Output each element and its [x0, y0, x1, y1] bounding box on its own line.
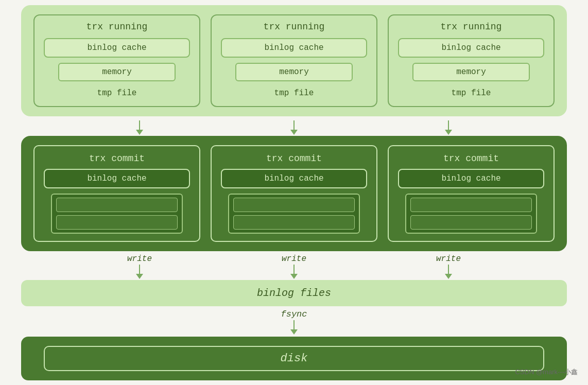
disk-label: disk: [44, 346, 544, 371]
write-arrow-2: [290, 265, 298, 279]
arrow-head-3: [445, 130, 452, 135]
fsync-arrow-line: [293, 320, 295, 329]
trx-commit-title-1: trx commit: [89, 153, 145, 164]
binlog-cache-light-2: binlog cache: [221, 38, 367, 58]
top-section: trx running binlog cache memory tmp file…: [21, 5, 567, 116]
binlog-cache-dark-1: binlog cache: [44, 169, 190, 188]
trx-commit-title-2: trx commit: [266, 153, 322, 164]
diagram-container: trx running binlog cache memory tmp file…: [11, 0, 577, 385]
write-group-3: write: [371, 254, 526, 279]
write-group-1: write: [62, 254, 217, 279]
tmp-file-3: tmp file: [412, 86, 529, 100]
binlog-files-section: binlog files: [21, 280, 567, 306]
trx-commit-box-3: trx commit binlog cache: [388, 145, 555, 242]
memory-box-2: memory: [235, 63, 352, 81]
arrow-head-2: [290, 130, 298, 135]
tmp-file-1: tmp file: [58, 86, 175, 100]
write-arrow-head-1: [136, 274, 143, 279]
write-arrow-3: [445, 265, 452, 279]
write-arrows-row: write write write: [21, 254, 567, 279]
inner-box-row-1b: [56, 215, 178, 230]
memory-box-3: memory: [412, 63, 529, 81]
arrow-down-2: [290, 120, 298, 135]
binlog-cache-light-1: binlog cache: [44, 38, 190, 58]
inner-boxes-dark-2: [228, 194, 360, 234]
trx-commit-box-1: trx commit binlog cache: [33, 145, 200, 242]
binlog-cache-dark-2: binlog cache: [221, 169, 367, 188]
trx-running-box-2: trx running binlog cache memory tmp file: [211, 14, 377, 107]
watermark: CSDN @mark---小鑫: [515, 367, 578, 377]
trx-commit-box-2: trx commit binlog cache: [211, 145, 377, 242]
inner-box-row-3b: [410, 215, 532, 230]
memory-box-1: memory: [58, 63, 175, 81]
write-arrow-line-2: [293, 265, 295, 274]
inner-box-row-1a: [56, 198, 178, 212]
arrow-line-1: [139, 120, 140, 130]
fsync-arrow-head: [290, 329, 298, 335]
trx-running-box-3: trx running binlog cache memory tmp file: [388, 14, 555, 107]
arrow-line-2: [293, 120, 295, 130]
write-arrow-head-2: [290, 274, 298, 279]
arrow-down-1: [136, 120, 143, 135]
inner-boxes-dark-3: [405, 194, 537, 234]
top-to-middle-arrows: [21, 120, 567, 135]
arrow-head-1: [136, 130, 143, 135]
fsync-arrow: [290, 320, 298, 335]
trx-running-box-1: trx running binlog cache memory tmp file: [33, 14, 200, 107]
write-arrow-head-3: [445, 274, 452, 279]
inner-box-row-2a: [233, 198, 355, 212]
fsync-row: fsync: [21, 309, 567, 335]
disk-section: disk: [21, 337, 567, 380]
binlog-cache-dark-3: binlog cache: [398, 169, 544, 188]
trx-running-title-2: trx running: [264, 22, 325, 32]
arrow-line-3: [448, 120, 449, 130]
trx-running-title-3: trx running: [441, 22, 502, 32]
inner-box-row-3a: [410, 198, 532, 212]
middle-section: trx commit binlog cache trx commit binlo…: [21, 136, 567, 251]
write-group-2: write: [217, 254, 371, 279]
write-arrow-line-1: [139, 265, 140, 274]
write-label-2: write: [282, 254, 306, 264]
write-arrow-line-3: [448, 265, 449, 274]
inner-boxes-dark-1: [51, 194, 183, 234]
write-label-3: write: [436, 254, 461, 264]
fsync-label: fsync: [281, 309, 307, 319]
write-label-1: write: [127, 254, 152, 264]
trx-running-title-1: trx running: [87, 22, 148, 32]
inner-box-row-2b: [233, 215, 355, 230]
trx-commit-title-3: trx commit: [443, 153, 499, 164]
tmp-file-2: tmp file: [235, 86, 352, 100]
arrow-down-3: [445, 120, 452, 135]
binlog-cache-light-3: binlog cache: [398, 38, 544, 58]
write-arrow-1: [136, 265, 143, 279]
